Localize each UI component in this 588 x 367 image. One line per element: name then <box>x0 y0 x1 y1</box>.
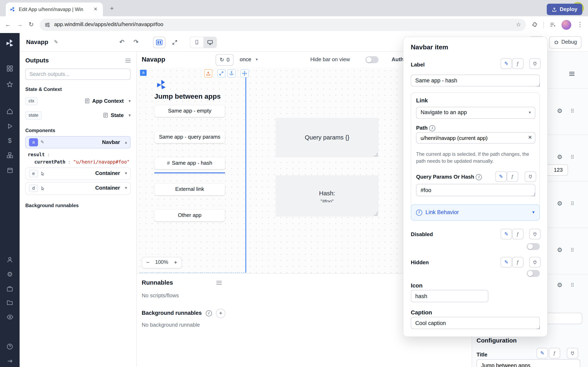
query-params-box[interactable]: Query params {} <box>276 118 379 157</box>
anchor-component-icon[interactable] <box>227 69 236 77</box>
connect-plug-button[interactable] <box>525 171 536 182</box>
title-input[interactable] <box>476 359 580 367</box>
caption-input[interactable] <box>411 317 540 329</box>
hidden-toggle[interactable] <box>527 270 540 277</box>
component-row-navbar[interactable]: a ✎ Navbar ▴ <box>25 136 131 149</box>
forward-icon[interactable]: → <box>17 21 23 29</box>
browser-menu-icon[interactable]: ⋮ <box>577 21 583 29</box>
home-icon[interactable] <box>0 106 20 117</box>
extensions-icon[interactable] <box>532 22 538 28</box>
connect-plug-button[interactable] <box>529 257 541 267</box>
settings-gear-icon[interactable]: ⚙ <box>0 269 20 280</box>
debug-button[interactable]: Debug <box>549 36 581 48</box>
add-background-runnable-button[interactable]: + <box>216 309 225 318</box>
pencil-mode-button[interactable]: ✎ <box>501 229 512 239</box>
function-mode-button[interactable]: ƒ <box>507 171 518 182</box>
chevron-down-icon[interactable]: ▾ <box>125 171 127 176</box>
path-input[interactable] <box>416 132 535 143</box>
nav-button-query-params[interactable]: Same app - query params <box>154 131 225 143</box>
pencil-mode-button[interactable]: ✎ <box>501 257 512 267</box>
schedule-dropdown[interactable]: once ▾ <box>240 54 258 65</box>
variables-dollar-icon[interactable]: $ <box>0 135 20 146</box>
link-type-select[interactable]: Navigate to an app ▾ <box>416 107 535 119</box>
reload-icon[interactable]: ↻ <box>29 21 34 29</box>
list-icon[interactable] <box>125 58 131 62</box>
resize-corner[interactable] <box>536 83 540 86</box>
hash-box[interactable]: Hash: "#foo" <box>276 175 379 217</box>
runs-play-icon[interactable] <box>0 121 20 131</box>
gear-icon[interactable]: ⚙ <box>557 107 562 115</box>
drag-handle-icon[interactable]: ⠿ <box>571 108 575 115</box>
function-mode-button[interactable]: ƒ <box>512 229 523 239</box>
nav-button-same-app-hash[interactable]: # Same app - hash <box>154 157 225 169</box>
favorites-star-icon[interactable] <box>0 79 20 90</box>
zoom-in-button[interactable]: + <box>170 257 181 268</box>
deploy-button[interactable]: Deploy <box>546 4 582 15</box>
gear-icon[interactable]: ⚙ <box>557 281 562 289</box>
icon-input[interactable] <box>411 290 488 302</box>
media-queue-icon[interactable] <box>550 22 556 28</box>
new-tab-button[interactable]: + <box>107 4 117 13</box>
folders-icon[interactable] <box>0 297 20 308</box>
info-icon[interactable]: i <box>429 125 435 131</box>
tab-close-icon[interactable]: ✕ <box>92 6 99 13</box>
pencil-mode-button[interactable]: ✎ <box>536 348 548 359</box>
clear-path-icon[interactable]: ✕ <box>528 134 532 141</box>
profile-avatar[interactable] <box>562 20 571 30</box>
address-bar[interactable]: app.windmill.dev/apps/edit/u/henri/navap… <box>39 18 526 31</box>
function-mode-button[interactable]: ƒ <box>549 348 560 359</box>
function-mode-button[interactable]: ƒ <box>512 257 523 267</box>
function-mode-button[interactable]: ƒ <box>512 58 523 69</box>
back-icon[interactable]: ← <box>5 21 11 29</box>
undo-icon[interactable]: ↶ <box>120 38 125 46</box>
component-row-container-e[interactable]: e Container ▾ <box>25 167 131 180</box>
label-input[interactable] <box>411 75 540 86</box>
hide-bar-toggle[interactable] <box>365 56 379 63</box>
search-outputs-input[interactable] <box>25 68 131 80</box>
gear-icon[interactable]: ⚙ <box>557 246 562 254</box>
move-component-icon[interactable] <box>241 69 249 77</box>
gear-icon[interactable]: ⚙ <box>557 200 562 208</box>
drag-handle-icon[interactable]: ⠿ <box>571 201 575 207</box>
schedules-calendar-icon[interactable] <box>0 165 20 175</box>
disabled-toggle[interactable] <box>527 243 540 250</box>
bookmark-star-icon[interactable]: ☆ <box>516 21 521 28</box>
pencil-icon[interactable]: ✎ <box>40 140 44 145</box>
resources-cubes-icon[interactable] <box>0 150 20 161</box>
zoom-out-button[interactable]: − <box>142 257 154 268</box>
expand-component-icon[interactable] <box>217 69 225 77</box>
collapse-arrow-icon[interactable] <box>0 356 20 366</box>
nav-button-external-link[interactable]: External link <box>154 184 225 195</box>
fullscreen-expand-button[interactable] <box>169 36 181 48</box>
connect-plug-button[interactable] <box>529 229 541 239</box>
link-behavior-toggle[interactable]: i Link Behavior ▾ <box>411 204 540 221</box>
connect-plug-button[interactable] <box>567 348 578 359</box>
info-icon[interactable]: i <box>476 174 482 180</box>
browser-tab[interactable]: Edit App u/henri/navapp | Win ✕ <box>6 2 103 16</box>
desktop-view-button[interactable] <box>204 37 217 48</box>
component-row-container-d[interactable]: d Container ▾ <box>25 182 131 194</box>
layout-columns-button[interactable] <box>153 36 165 48</box>
chevron-up-icon[interactable]: ▴ <box>125 140 127 145</box>
rename-pencil-icon[interactable]: ✎ <box>54 39 58 45</box>
state-row[interactable]: state State ▾ <box>25 110 131 121</box>
chevron-down-icon[interactable]: ▾ <box>129 113 131 118</box>
resize-corner[interactable] <box>536 326 540 329</box>
list-icon[interactable] <box>569 72 575 76</box>
redo-icon[interactable]: ↷ <box>134 38 139 46</box>
nav-button-same-app-empty[interactable]: Same app - empty <box>154 105 225 117</box>
info-icon[interactable]: i <box>206 310 212 317</box>
nav-button-other-app[interactable]: Other app <box>154 210 225 221</box>
pencil-mode-button[interactable]: ✎ <box>501 58 512 69</box>
apps-grid-icon[interactable] <box>0 63 20 74</box>
ctx-row[interactable]: ctx App Context ▾ <box>25 95 131 107</box>
pencil-mode-button[interactable]: ✎ <box>495 171 507 182</box>
connect-plug-button[interactable] <box>529 58 541 69</box>
gear-icon[interactable]: ⚙ <box>557 153 562 161</box>
workers-briefcase-icon[interactable] <box>0 284 20 294</box>
list-icon[interactable] <box>216 281 222 285</box>
user-icon[interactable] <box>0 254 20 265</box>
drag-handle-icon[interactable]: ⠿ <box>571 154 575 161</box>
refresh-counter[interactable]: ↻ 0 <box>216 54 233 66</box>
chevron-down-icon[interactable]: ▾ <box>129 99 131 104</box>
